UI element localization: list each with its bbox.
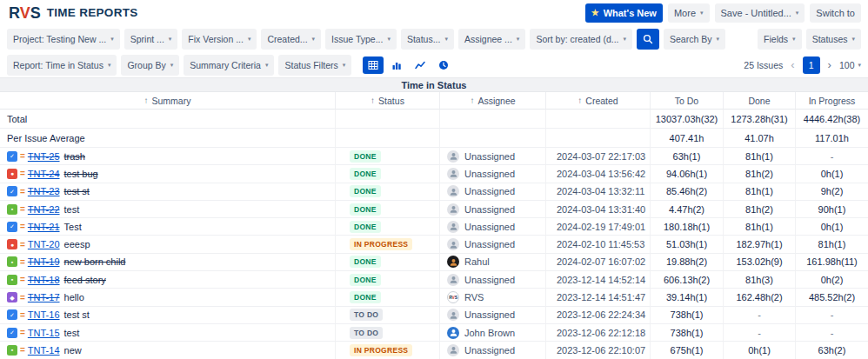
issue-key-link[interactable]: TNT-19 (28, 256, 60, 267)
current-page-button[interactable]: 1 (803, 57, 820, 74)
issue-key-link[interactable]: TNT-20 (28, 239, 60, 249)
issue-key-link[interactable]: TNT-24 (28, 169, 60, 179)
empty-cell (440, 129, 546, 148)
chevron-down-icon: ▾ (108, 62, 111, 68)
created-filter-button[interactable]: Created...▾ (261, 29, 321, 50)
todo-hours-cell: 39.14h(1) (651, 289, 724, 306)
issue-key-link[interactable]: TNT-18 (28, 275, 60, 285)
more-button[interactable]: More ▾ (668, 3, 710, 23)
issue-key-link[interactable]: TNT-14 (28, 345, 60, 356)
report-options-bar: Report: Time in Status▾ Group By▾ Summar… (0, 52, 868, 77)
issue-type-task-icon: ✓ (7, 328, 17, 338)
priority-medium-icon: = (20, 345, 25, 355)
priority-medium-icon: = (20, 328, 25, 337)
table-row: ▪=TNT-22testDONEUnassigned2024-03-04 13:… (0, 201, 868, 218)
issue-key-link[interactable]: TNT-23 (28, 186, 60, 196)
assignee-name: Unassigned (464, 275, 515, 285)
total-inprogress-cell: 4446.42h(38) (796, 110, 868, 129)
done-hours-cell: 81h(1) (724, 148, 796, 165)
issue-key-link[interactable]: TNT-21 (28, 222, 60, 232)
created-cell: 2023-12-14 14:51:47 (546, 289, 651, 306)
empty-cell (440, 110, 546, 129)
column-header-summary[interactable]: ↑Summary (0, 92, 336, 110)
time-view-button[interactable] (433, 57, 454, 74)
assignee-name: RVS (464, 292, 484, 302)
app-title: TIME REPORTS (47, 6, 138, 19)
prev-page-button[interactable]: ‹ (789, 59, 796, 70)
created-cell: 2024-03-04 13:32:11 (546, 183, 651, 201)
next-page-button[interactable]: › (826, 59, 833, 70)
average-row: Per Issue Average 407.41h 41.07h 117.01h (0, 129, 868, 148)
project-filter-button[interactable]: Project: Testing New ...▾ (7, 29, 120, 50)
assignee-name: Unassigned (464, 239, 515, 249)
average-todo-cell: 407.41h (651, 129, 724, 148)
chevron-down-icon: ▾ (248, 36, 251, 42)
assignee-filter-button[interactable]: Assignee ...▾ (458, 29, 525, 50)
done-hours-cell: 81h(1) (724, 183, 796, 201)
empty-cell (336, 129, 440, 148)
inprogress-hours-cell: 9h(2) (796, 183, 868, 201)
priority-medium-icon: = (20, 222, 25, 231)
issue-summary-text: feed story (64, 275, 106, 285)
search-by-label: Search By (670, 34, 711, 44)
search-by-button[interactable]: Search By▾ (664, 29, 725, 50)
bar-chart-view-button[interactable] (386, 57, 407, 74)
chevron-down-icon: ▾ (312, 36, 316, 42)
created-cell: 2024-03-07 22:17:03 (546, 148, 651, 165)
issue-key-link[interactable]: TNT-25 (28, 151, 60, 162)
column-header-status[interactable]: ↑Status (336, 92, 440, 110)
avatar-unassigned (447, 238, 459, 250)
table-row: ▪=TNT-18feed storyDONEUnassigned2023-12-… (0, 271, 868, 289)
issue-key-link[interactable]: TNT-22 (28, 204, 60, 215)
chevron-down-icon: ▾ (700, 10, 704, 16)
statuses-button[interactable]: Statuses▾ (806, 29, 861, 50)
status-filter-button[interactable]: Status...▾ (401, 29, 454, 50)
summary-criteria-button[interactable]: Summary Criteria▾ (184, 55, 274, 76)
table-view-button[interactable] (363, 57, 384, 74)
summary-cell: ▪=TNT-18feed story (0, 271, 336, 289)
fields-button[interactable]: Fields▾ (758, 29, 802, 50)
rvs-logo-icon: RVS (9, 5, 41, 21)
assignee-name: John Brown (464, 328, 515, 338)
issue-key-link[interactable]: TNT-17 (28, 292, 60, 302)
column-header-assignee[interactable]: ↑Assignee (440, 92, 546, 110)
issue-type-filter-button[interactable]: Issue Type...▾ (325, 29, 397, 50)
fix-version-filter-button[interactable]: Fix Version ...▾ (182, 29, 257, 50)
issue-key-link[interactable]: TNT-16 (28, 309, 60, 320)
assignee-cell: Unassigned (440, 165, 546, 183)
issue-key-link[interactable]: TNT-15 (28, 328, 60, 338)
whats-new-button[interactable]: ★ What's New (585, 3, 663, 23)
column-header-todo[interactable]: To Do (651, 92, 724, 110)
assignee-cell: RVSRVS (440, 289, 546, 306)
summary-cell: ✓=TNT-15test (0, 324, 336, 342)
assignee-cell: Unassigned (440, 342, 546, 359)
todo-hours-cell: 606.13h(2) (651, 271, 724, 289)
summary-cell: ◆=TNT-17hello (0, 289, 336, 306)
issue-type-task-icon: ✓ (7, 186, 17, 196)
status-filters-button[interactable]: Status Filters▾ (278, 55, 351, 76)
column-header-in-progress[interactable]: In Progress (796, 92, 868, 110)
issue-type-story-icon: ▪ (7, 345, 17, 356)
inprogress-hours-cell: 0h(1) (796, 165, 868, 183)
column-header-created[interactable]: ↑Created (546, 92, 651, 110)
issue-summary-text: trash (64, 151, 85, 162)
inprogress-hours-cell: - (796, 307, 868, 324)
sort-asc-icon: ↑ (470, 96, 474, 105)
chevron-down-icon: ▾ (387, 36, 391, 42)
save-button[interactable]: Save - Untitled... ▾ (715, 3, 805, 23)
sprint-filter-button[interactable]: Sprint ...▾ (124, 29, 178, 50)
app-logo[interactable]: RVS TIME REPORTS (9, 5, 138, 21)
search-button[interactable] (637, 29, 659, 50)
group-by-button[interactable]: Group By▾ (121, 55, 179, 76)
status-lozenge: DONE (350, 203, 381, 216)
issue-type-story-icon: ▪ (7, 275, 17, 285)
sort-by-button[interactable]: Sort by: created (d...▾ (530, 29, 632, 50)
summary-cell: ✓=TNT-16test st (0, 307, 336, 324)
report-select-button[interactable]: Report: Time in Status▾ (7, 55, 117, 76)
switch-to-button[interactable]: Switch to (810, 3, 861, 23)
page-size-button[interactable]: 100 ▾ (839, 60, 861, 70)
chevron-down-icon: ▾ (444, 36, 448, 42)
todo-hours-cell: 51.03h(1) (651, 236, 724, 253)
column-header-done[interactable]: Done (724, 92, 796, 110)
line-chart-view-button[interactable] (410, 57, 431, 74)
